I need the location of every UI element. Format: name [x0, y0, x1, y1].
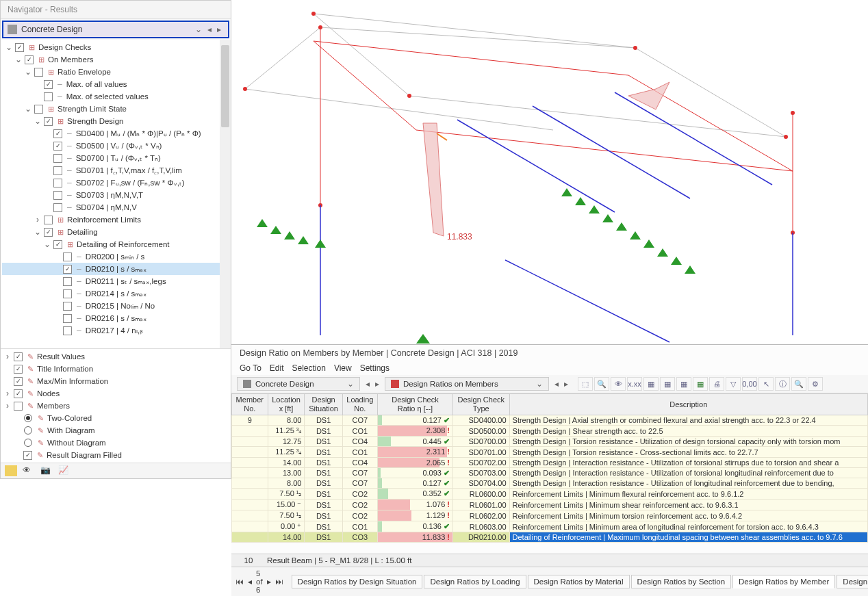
checkbox[interactable]	[44, 92, 53, 101]
tree-item[interactable]: ›✎Members	[1, 400, 231, 412]
checkbox[interactable]	[53, 179, 62, 187]
next-icon[interactable]: ▸	[561, 378, 571, 390]
table-row[interactable]: 12.75DS1CO40.445 ✔SD0700.00Strength Desi…	[232, 437, 868, 447]
checkbox[interactable]	[15, 43, 24, 52]
tree-item[interactable]: –SD0500 | Vᵤ / (Φᵥ,ₜ * Vₙ)	[2, 140, 229, 152]
tree-item[interactable]: ✎Two-Colored	[1, 412, 231, 424]
tree-item[interactable]: ›✎Nodes	[1, 387, 231, 400]
checkbox[interactable]	[44, 117, 53, 126]
search-icon[interactable]: 🔍	[791, 377, 806, 391]
prev-icon[interactable]: ◂	[363, 378, 372, 390]
tab-design-ratios-by-design-situation[interactable]: Design Ratios by Design Situation	[292, 575, 423, 588]
checkbox[interactable]	[63, 326, 72, 335]
navigator-results-dropdown[interactable]: Concrete Design ⌄ ◂ ▸	[2, 21, 229, 38]
chevron-down-icon[interactable]: ⌄	[343, 379, 354, 389]
checkbox[interactable]	[53, 142, 62, 151]
table-row[interactable]: 13.00DS1CO70.093 ✔SD0703.00Strength Desi…	[232, 468, 868, 478]
tree-item[interactable]: –SD0702 | Fᵤ,sw / (Fₙ,sw * Φᵥ,ₜ)	[2, 177, 229, 189]
tree-item[interactable]: ›✎Result Values	[1, 350, 231, 363]
eye-icon[interactable]: 👁	[611, 377, 626, 391]
radio[interactable]	[24, 414, 32, 422]
tab-design-ratios-by-section[interactable]: Design Ratios by Section	[631, 575, 731, 588]
checkbox[interactable]	[53, 203, 62, 212]
checkbox[interactable]	[14, 389, 23, 398]
tab-design-ratios-by-location[interactable]: Design Ratios by Location	[837, 575, 868, 588]
tree-item[interactable]: ✎Without Diagram	[1, 437, 231, 449]
tree-item[interactable]: –DR0214 | s / sₘₐₓ	[2, 287, 229, 300]
tree-item[interactable]: –SD0700 | Tᵤ / (Φᵥ,ₜ * Tₙ)	[2, 152, 229, 164]
checkbox[interactable]	[14, 352, 23, 361]
info-icon[interactable]: ⓘ	[775, 377, 790, 391]
chevron-down-icon[interactable]: ⌄	[192, 25, 205, 34]
checkbox[interactable]	[14, 377, 23, 386]
tree-item[interactable]: –Max. of all values	[2, 78, 229, 90]
tree-item[interactable]: –DR0217 | 4 / nₗ,ᵦ	[2, 324, 229, 337]
menu-go-to[interactable]: Go To	[240, 363, 261, 373]
tree-item[interactable]: ⌄⊞On Members	[2, 53, 229, 66]
checkbox[interactable]	[53, 166, 62, 175]
tree-item[interactable]: ✎Title Information	[1, 363, 231, 375]
checkbox[interactable]	[44, 216, 53, 224]
col-member[interactable]: MemberNo.	[232, 394, 268, 415]
checkbox[interactable]	[14, 365, 23, 374]
tree-item[interactable]: ⌄⊞Detailing	[2, 226, 229, 238]
table-row[interactable]: 14.00DS1CO42.065 !SD0702.00Strength Desi…	[232, 458, 868, 468]
table-row[interactable]: 11.25 ³₄DS1CO12.311 !SD0701.00Strength D…	[232, 447, 868, 458]
scrollbar[interactable]	[220, 40, 231, 348]
checkbox[interactable]	[34, 105, 43, 114]
first-icon[interactable]: ⏮	[235, 578, 244, 586]
tree-item[interactable]: –SD0701 | f꜀,T,V,max / f꜀,T,V,lim	[2, 164, 229, 177]
tree-item[interactable]: –DR0211 | sₜ / sₘₐₓ,legs	[2, 275, 229, 287]
tree-item[interactable]: –SD0703 | ηM,N,V,T	[2, 189, 229, 201]
table-row[interactable]: 7.50 ¹₂DS1CO20.352 ✔RL0600.00Reinforceme…	[232, 489, 868, 500]
table-row[interactable]: 11.25 ³₄DS1CO12.308 !SD0500.00Strength D…	[232, 426, 868, 437]
tree-toggle[interactable]: ⌄	[34, 227, 42, 237]
checkbox[interactable]	[53, 129, 62, 138]
radio[interactable]	[24, 439, 32, 447]
menu-view[interactable]: View	[334, 363, 352, 373]
design-addon-dropdown[interactable]: Concrete Design ⌄	[237, 377, 360, 391]
tree-toggle[interactable]: ›	[3, 401, 12, 411]
tree-toggle[interactable]: ⌄	[5, 42, 13, 52]
results-table[interactable]: MemberNo.Locationx [ft]DesignSituationLo…	[231, 393, 868, 554]
next-icon[interactable]: ▸	[372, 378, 382, 390]
filter-icon[interactable]: ▽	[726, 377, 741, 391]
table3-icon[interactable]: ▦	[676, 377, 691, 391]
col-location[interactable]: Locationx [ft]	[268, 394, 305, 415]
checkbox[interactable]	[63, 277, 72, 286]
tree-toggle[interactable]: ⌄	[24, 104, 32, 114]
checkbox[interactable]	[44, 228, 53, 237]
tree-toggle[interactable]: ⌄	[14, 55, 23, 64]
tab-design-ratios-by-member[interactable]: Design Ratios by Member	[732, 575, 835, 588]
col-situation[interactable]: DesignSituation	[305, 394, 342, 415]
tree-item[interactable]: ✎With Diagram	[1, 424, 231, 437]
chevron-down-icon[interactable]: ⌄	[532, 379, 543, 389]
table-row[interactable]: 8.00DS1CO70.127 ✔SD0704.00Strength Desig…	[232, 478, 868, 489]
tab-design-ratios-by-material[interactable]: Design Ratios by Material	[528, 575, 630, 588]
col-ratio[interactable]: Design CheckRatio η [--]	[378, 394, 453, 415]
table-row[interactable]: 0.00 ⁺DS1CO10.136 ✔RL0603.00Reinforcemen…	[232, 521, 868, 532]
result-table-dropdown[interactable]: Design Ratios on Members ⌄	[385, 377, 549, 391]
excel-icon[interactable]: ▦	[693, 377, 708, 391]
tree-toggle[interactable]: ›	[3, 389, 12, 398]
checkbox[interactable]	[34, 68, 43, 77]
navigator-bottom-tree[interactable]: ›✎Result Values✎Title Information✎Max/Mi…	[1, 348, 231, 463]
decimals-icon[interactable]: 0,00	[742, 377, 757, 391]
table-row[interactable]: 7.50 ¹₂DS1CO21.129 !RL0602.00Reinforceme…	[232, 510, 868, 521]
col-loading[interactable]: LoadingNo.	[342, 394, 377, 415]
checkbox[interactable]	[63, 252, 72, 261]
radio[interactable]	[24, 426, 32, 435]
last-icon[interactable]: ⏭	[275, 578, 283, 586]
message-icon[interactable]	[5, 465, 17, 476]
print-icon[interactable]: 🖨	[709, 377, 724, 391]
pointer-icon[interactable]: ↖	[758, 377, 774, 391]
checkbox[interactable]	[53, 154, 62, 163]
tree-item[interactable]: ⌄⊞Strength Design	[2, 115, 229, 127]
checkbox[interactable]	[53, 191, 62, 200]
table-icon[interactable]: ▦	[643, 377, 659, 391]
table2-icon[interactable]: ▦	[660, 377, 675, 391]
tree-item[interactable]: –SD0400 | Mᵤ / (Mₙ * Φ)|Pᵤ / (Pₙ * Φ)	[2, 127, 229, 140]
tree-item[interactable]: –DR0215 | Noₗᵢₘ / No	[2, 300, 229, 312]
table-row[interactable]: 15.00 ⁻DS1CO21.076 !RL0601.00Reinforceme…	[232, 500, 868, 510]
checkbox[interactable]	[14, 402, 23, 411]
